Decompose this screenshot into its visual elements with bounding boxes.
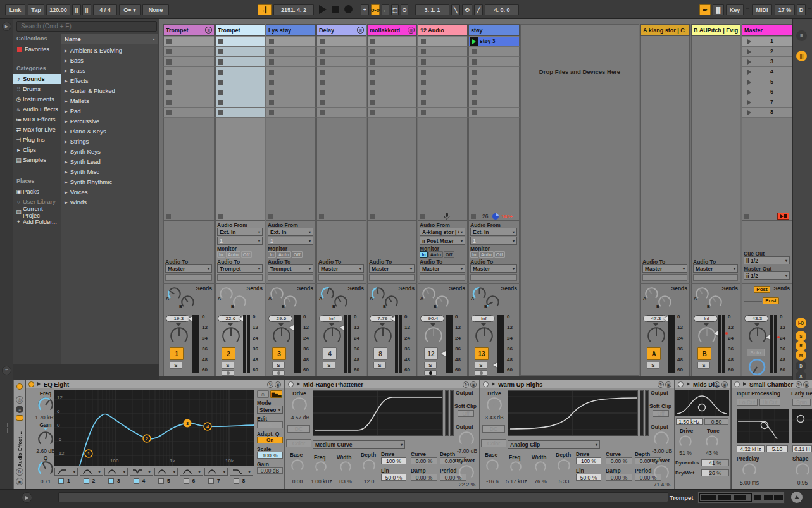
play-button[interactable] (319, 5, 327, 14)
band-enable-checkbox[interactable] (58, 478, 64, 484)
solo-button[interactable]: S (222, 362, 234, 369)
clip-slot[interactable] (266, 67, 316, 77)
send-a-knob[interactable] (472, 287, 487, 301)
clip-stop-button[interactable] (269, 39, 274, 44)
band-shape-select[interactable]: ▾ (54, 468, 78, 476)
mixer-toggle-d[interactable]: D (796, 361, 806, 371)
ws-depth-knob[interactable] (557, 459, 571, 473)
link-button[interactable]: Link (5, 4, 25, 15)
rack-hotswap-icon[interactable]: ↻ (16, 468, 23, 476)
clip-stop-button[interactable] (472, 110, 477, 115)
clip-stop-button[interactable] (421, 70, 426, 75)
save-preset-icon[interactable]: ▣ (275, 381, 281, 388)
monitor-auto-button[interactable]: Auto (277, 251, 291, 258)
quantization-menu[interactable]: O● ▾ (119, 4, 141, 15)
clip-slot[interactable] (468, 77, 520, 87)
list-item-folder[interactable]: ▶Synth Rhythmic (61, 177, 158, 187)
send-a-knob[interactable] (644, 287, 659, 301)
clip-slot[interactable]: støy 3 (468, 37, 520, 47)
wt-damp-value[interactable]: 0.00 % (606, 474, 632, 481)
device-title[interactable]: Mid-Range Phattener (303, 381, 363, 388)
band-enable-checkbox[interactable] (84, 478, 89, 484)
scene-play-icon[interactable] (747, 80, 751, 85)
input-filter-display[interactable] (737, 409, 789, 443)
track-header-0[interactable]: Trompet≣ (163, 24, 215, 36)
volume-fader-handle[interactable] (441, 351, 446, 356)
color-button[interactable]: Color (481, 439, 506, 447)
pan-knob[interactable] (272, 326, 291, 345)
clip-slot[interactable] (163, 57, 215, 67)
device-fold-icon[interactable] (492, 382, 495, 386)
metronome-icon[interactable]: || (82, 4, 91, 15)
send-b-knob[interactable] (485, 295, 500, 309)
volume-fader-handle[interactable] (340, 325, 344, 330)
pan-knob[interactable] (170, 326, 189, 345)
ws-freq-knob[interactable] (315, 461, 327, 473)
od-freq-value[interactable]: 1.50 kHz (676, 418, 703, 425)
clip-slot[interactable] (367, 77, 417, 87)
list-item-folder[interactable]: ▶Winds (61, 197, 158, 207)
clip-stop-button[interactable] (370, 80, 375, 85)
volume-fader-handle[interactable] (188, 316, 192, 321)
clip-stop-button[interactable] (472, 59, 477, 65)
punch-out-button[interactable]: ╱ (474, 4, 483, 15)
bandpass-display[interactable] (675, 390, 729, 416)
send-a-knob[interactable] (270, 287, 284, 301)
send-b-knob[interactable] (283, 295, 297, 309)
clip-stop-button[interactable] (268, 214, 273, 219)
dc-button[interactable]: DC (482, 425, 505, 433)
send-a-knob[interactable] (422, 287, 436, 301)
od-drywet-slider[interactable]: 26 % (701, 469, 729, 476)
gain-knob[interactable] (37, 431, 54, 447)
volume-value[interactable]: -Inf (319, 315, 343, 322)
groove-menu[interactable]: None (142, 4, 169, 15)
save-preset-icon[interactable]: ▣ (803, 381, 809, 388)
locut-button[interactable]: Lo Cut (737, 399, 758, 406)
scene-play-icon[interactable] (747, 49, 751, 54)
clip-stop-button[interactable] (269, 70, 274, 75)
output-gain-value[interactable]: 0.00 dB (257, 467, 283, 474)
monitor-in-button[interactable]: In (217, 251, 225, 258)
post-a-toggle[interactable]: Post (754, 286, 770, 293)
clip-stop-button[interactable] (269, 90, 274, 95)
clip-slot[interactable] (215, 37, 265, 47)
clip-slot[interactable] (163, 47, 215, 57)
hotswap-icon[interactable]: ↻ (796, 381, 802, 388)
audio-from-select[interactable]: A-klang stor | Cl▾ (420, 228, 465, 236)
sidebar-item-instruments[interactable]: ◷Instruments (13, 94, 61, 104)
pan-knob[interactable] (373, 326, 392, 345)
solo-button[interactable]: S (373, 362, 386, 369)
pan-knob[interactable] (475, 326, 494, 345)
clip-stop-button[interactable] (269, 49, 274, 54)
audio-to-select[interactable]: Master▾ (165, 264, 212, 273)
volume-value[interactable]: -Inf (694, 315, 718, 322)
monitor-off-button[interactable]: Off (444, 251, 454, 258)
send-b-knob[interactable] (435, 295, 449, 309)
send-a-knob[interactable] (219, 287, 234, 301)
track-activator-button[interactable]: 1 (170, 347, 184, 360)
clip-stop-button[interactable] (472, 49, 477, 54)
od-tone-value[interactable]: 43 % (703, 450, 721, 456)
track-header-6[interactable]: støy (468, 24, 520, 36)
clip-slot[interactable] (266, 47, 316, 57)
metronome-nudge-down-icon[interactable]: || (72, 4, 81, 15)
output-knob[interactable] (458, 431, 475, 447)
pan-knob[interactable] (647, 326, 666, 345)
dc-button[interactable]: DC (287, 425, 310, 433)
band-enable-checkbox[interactable] (208, 478, 214, 484)
volume-fader-handle[interactable] (289, 325, 294, 330)
clip-slot[interactable] (316, 47, 366, 57)
clip-stop-button[interactable] (421, 100, 426, 105)
list-item-folder[interactable]: ▶Synth Misc (61, 166, 158, 177)
io-meter-icon[interactable]: ||| (796, 51, 807, 61)
clip-stop-button[interactable] (370, 214, 375, 219)
od-bandwidth-value[interactable]: 0.50 (704, 418, 728, 425)
clip-stop-button[interactable] (420, 214, 425, 219)
rack-devices-icon[interactable] (16, 415, 23, 421)
clip-slot[interactable] (163, 87, 215, 97)
stop-all-clips-button[interactable] (777, 213, 789, 220)
clip-slot[interactable] (367, 97, 417, 108)
band-enable-checkbox[interactable] (134, 478, 139, 484)
device-title[interactable]: Small Chamber (749, 381, 793, 388)
clip-stop-button[interactable] (166, 100, 172, 105)
